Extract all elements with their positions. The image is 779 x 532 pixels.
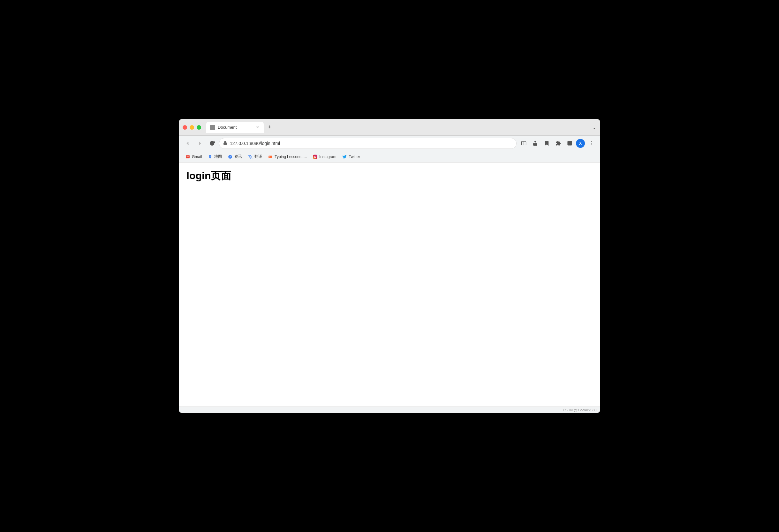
translate-favicon	[248, 154, 253, 159]
bookmark-gmail-label: Gmail	[192, 155, 202, 159]
status-bar: CSDN @Xiaolock830	[179, 407, 600, 413]
typing-favicon: t	[268, 154, 273, 159]
tab-bar: Document ✕ +	[206, 122, 590, 133]
new-tab-button[interactable]: +	[265, 123, 274, 132]
active-tab[interactable]: Document ✕	[206, 122, 264, 133]
profile-button[interactable]: X	[576, 139, 585, 148]
tab-favicon	[210, 125, 215, 130]
bookmark-instagram-label: Instagram	[319, 155, 336, 159]
close-button[interactable]	[183, 125, 187, 130]
bookmark-typing[interactable]: t Typing Lessons -...	[265, 153, 309, 161]
bookmark-button[interactable]	[541, 138, 552, 149]
bookmark-instagram[interactable]: Instagram	[310, 153, 339, 161]
nav-bar: 127.0.0.1:8080/login.html X	[179, 136, 600, 151]
browser-window: Document ✕ + ⌄ 127.0.0.1:8080/login.html	[179, 119, 600, 413]
forward-button[interactable]	[195, 138, 205, 149]
translate-page-button[interactable]	[519, 138, 529, 149]
status-text: CSDN @Xiaolock830	[563, 408, 596, 412]
svg-rect-0	[211, 125, 215, 129]
title-bar-actions: ⌄	[592, 124, 596, 130]
nav-actions: X	[519, 138, 596, 149]
bookmark-typing-label: Typing Lessons -...	[275, 155, 307, 159]
svg-rect-2	[224, 142, 227, 144]
lock-icon	[223, 141, 227, 146]
title-bar: Document ✕ + ⌄	[179, 119, 600, 136]
svg-rect-12	[313, 155, 317, 159]
tab-title: Document	[218, 125, 252, 130]
traffic-lights	[183, 125, 201, 130]
twitter-favicon	[342, 154, 347, 159]
bookmark-gmail[interactable]: Gmail	[183, 153, 204, 161]
minimize-button[interactable]	[190, 125, 194, 130]
page-content: login页面	[179, 163, 600, 407]
bookmark-twitter-label: Twitter	[349, 155, 360, 159]
back-button[interactable]	[183, 138, 193, 149]
svg-rect-5	[567, 141, 572, 145]
maximize-button[interactable]	[197, 125, 201, 130]
sidebar-button[interactable]	[564, 138, 575, 149]
bookmark-news-label: 资讯	[234, 154, 242, 159]
address-bar[interactable]: 127.0.0.1:8080/login.html	[219, 138, 517, 149]
svg-point-8	[591, 143, 592, 143]
url-text: 127.0.0.1:8080/login.html	[230, 141, 513, 146]
chevron-down-icon[interactable]: ⌄	[592, 124, 596, 130]
instagram-favicon	[312, 154, 318, 159]
bookmark-twitter[interactable]: Twitter	[339, 153, 362, 161]
share-button[interactable]	[530, 138, 540, 149]
bookmark-maps[interactable]: 地图	[205, 153, 225, 161]
svg-rect-10	[269, 156, 273, 158]
gmail-favicon	[185, 154, 190, 159]
bookmark-translate-label: 翻译	[254, 154, 262, 159]
tab-close-button[interactable]: ✕	[255, 125, 260, 130]
bookmarks-bar: Gmail 地图 资讯 翻译 t Typing Lessons -...	[179, 151, 600, 163]
bookmark-translate[interactable]: 翻译	[245, 153, 265, 161]
maps-favicon	[207, 154, 213, 159]
svg-point-14	[316, 156, 316, 156]
bookmark-maps-label: 地图	[214, 154, 222, 159]
page-heading: login页面	[186, 169, 593, 183]
refresh-button[interactable]	[207, 138, 217, 149]
svg-point-7	[591, 141, 592, 142]
menu-button[interactable]	[586, 138, 596, 149]
extensions-button[interactable]	[553, 138, 563, 149]
bookmark-news[interactable]: 资讯	[225, 153, 245, 161]
news-favicon	[228, 154, 233, 159]
svg-point-9	[591, 144, 592, 145]
